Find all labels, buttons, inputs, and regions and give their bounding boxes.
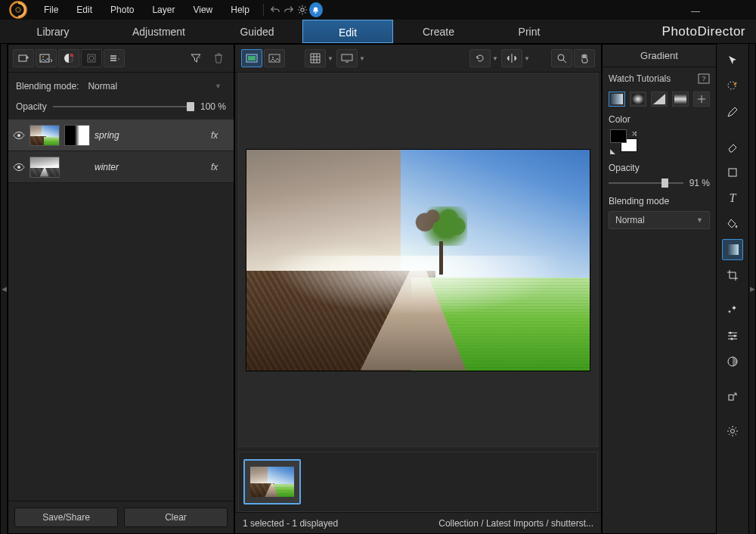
eraser-tool[interactable] xyxy=(722,136,743,157)
new-layer-button[interactable] xyxy=(13,49,34,67)
status-bar: 1 selected - 1 displayed Collection / La… xyxy=(235,512,601,533)
chevron-down-icon[interactable]: ▼ xyxy=(326,55,335,62)
tab-print[interactable]: Print xyxy=(484,20,575,43)
settings-gear-icon[interactable] xyxy=(296,3,309,17)
adjust-sliders-tool[interactable] xyxy=(722,325,743,346)
canvas[interactable] xyxy=(238,73,598,447)
grid-button[interactable] xyxy=(305,49,326,67)
gradient-diamond-button[interactable] xyxy=(693,92,710,107)
properties-panel: Gradient Watch Tutorials ? Color xyxy=(602,44,717,534)
svg-point-19 xyxy=(272,57,274,58)
menubar: File Edit Photo Layer View Help ? — ✕ xyxy=(0,0,756,20)
pen-tool[interactable] xyxy=(722,101,743,123)
redo-icon[interactable] xyxy=(282,3,296,17)
effects-tool[interactable] xyxy=(722,300,743,321)
layer-fx-icon[interactable]: fx xyxy=(211,130,229,141)
opacity-slider[interactable] xyxy=(53,101,194,112)
save-share-button[interactable]: Save/Share xyxy=(14,508,118,527)
svg-point-11 xyxy=(70,54,73,57)
default-colors-icon[interactable]: ◣ xyxy=(610,147,615,155)
undo-icon[interactable] xyxy=(268,3,282,17)
chevron-down-icon: ▼ xyxy=(215,82,222,90)
tab-edit[interactable]: Edit xyxy=(302,20,393,43)
pan-button[interactable] xyxy=(574,49,595,67)
minimize-button[interactable]: — xyxy=(688,4,703,19)
shape-tool[interactable] xyxy=(722,162,743,183)
layer-row[interactable]: winter fx xyxy=(8,151,234,183)
blend-mode-label: Blending mode: xyxy=(16,81,79,92)
foreground-color-swatch[interactable] xyxy=(610,129,627,143)
filmstrip-thumbnail[interactable] xyxy=(243,459,301,505)
layer-name[interactable]: winter xyxy=(94,162,206,172)
color-swatches[interactable]: ⤭ ◣ xyxy=(610,129,643,155)
menu-view[interactable]: View xyxy=(184,0,222,20)
swap-colors-icon[interactable]: ⤭ xyxy=(631,129,637,138)
menu-file[interactable]: File xyxy=(35,0,67,20)
move-tool[interactable] xyxy=(722,50,743,71)
rp-blend-dropdown[interactable]: Normal ▼ xyxy=(609,211,710,229)
visibility-toggle[interactable] xyxy=(13,129,25,141)
compare-view-button[interactable] xyxy=(264,49,285,67)
delete-layer-button[interactable] xyxy=(208,49,229,67)
selection-tool[interactable] xyxy=(722,76,743,97)
svg-point-30 xyxy=(728,82,736,89)
svg-rect-24 xyxy=(611,94,623,104)
opacity-label: Opacity xyxy=(16,101,47,112)
settings-tool[interactable] xyxy=(722,421,743,442)
chevron-down-icon[interactable]: ▼ xyxy=(522,55,531,62)
viewer-toolbar: ▼ ▼ ▼ ▼ xyxy=(235,45,601,73)
transform-tool[interactable] xyxy=(722,386,743,407)
app-logo xyxy=(8,0,29,20)
tab-library[interactable]: Library xyxy=(0,20,106,43)
gradient-reflected-button[interactable] xyxy=(672,92,689,107)
flip-button[interactable] xyxy=(501,49,522,67)
add-mask-button[interactable] xyxy=(58,49,79,67)
svg-rect-17 xyxy=(248,56,256,61)
color-label: Color xyxy=(609,114,710,125)
display-button[interactable] xyxy=(336,49,358,67)
gradient-linear-button[interactable] xyxy=(609,92,625,107)
svg-point-35 xyxy=(731,338,733,340)
gradient-radial-button[interactable] xyxy=(630,92,646,107)
left-edge-handle[interactable]: ◀ xyxy=(0,44,8,534)
add-image-layer-button[interactable] xyxy=(36,49,57,67)
rp-blend-label: Blending mode xyxy=(609,196,710,206)
edited-photo xyxy=(246,150,590,371)
chevron-down-icon[interactable]: ▼ xyxy=(358,55,367,62)
blur-tool[interactable] xyxy=(722,351,743,372)
layer-fx-icon[interactable]: fx xyxy=(211,162,229,172)
chevron-down-icon[interactable]: ▼ xyxy=(491,55,500,62)
single-view-button[interactable] xyxy=(241,49,262,67)
text-tool[interactable]: T xyxy=(722,188,743,209)
menu-layer[interactable]: Layer xyxy=(143,0,184,20)
layer-options-button[interactable] xyxy=(104,49,125,67)
visibility-toggle[interactable] xyxy=(13,161,25,173)
menu-edit[interactable]: Edit xyxy=(67,0,101,20)
external-link-icon: ? xyxy=(698,73,710,84)
svg-rect-7 xyxy=(19,55,26,61)
module-tabs: Library Adjustment Guided Edit Create Pr… xyxy=(0,20,756,44)
blend-mode-dropdown[interactable]: Normal▼ xyxy=(83,79,226,94)
main-area: ◀ Blending mode: Normal▼ Opacity xyxy=(0,44,756,534)
notifications-icon[interactable] xyxy=(309,3,323,17)
tab-create[interactable]: Create xyxy=(393,20,484,43)
filter-layers-button[interactable] xyxy=(185,49,206,67)
gradient-angle-button[interactable] xyxy=(651,92,668,107)
group-layers-button[interactable] xyxy=(81,49,102,67)
menu-help[interactable]: Help xyxy=(222,0,259,20)
layer-row[interactable]: spring fx xyxy=(8,120,234,151)
tab-guided[interactable]: Guided xyxy=(212,20,302,43)
rotate-button[interactable] xyxy=(469,49,491,67)
rp-opacity-slider[interactable]: 91 % xyxy=(609,178,710,188)
menu-photo[interactable]: Photo xyxy=(101,0,143,20)
layer-name[interactable]: spring xyxy=(94,130,206,141)
gradient-tool[interactable] xyxy=(722,239,743,260)
fill-tool[interactable] xyxy=(722,213,743,234)
right-edge-handle[interactable]: ▶ xyxy=(748,44,756,534)
crop-tool[interactable] xyxy=(722,265,743,286)
watch-tutorials-label: Watch Tutorials xyxy=(609,73,671,84)
zoom-button[interactable] xyxy=(551,49,572,67)
watch-tutorials-link[interactable]: Watch Tutorials ? xyxy=(609,73,710,84)
clear-button[interactable]: Clear xyxy=(124,508,228,527)
tab-adjustment[interactable]: Adjustment xyxy=(106,20,212,43)
